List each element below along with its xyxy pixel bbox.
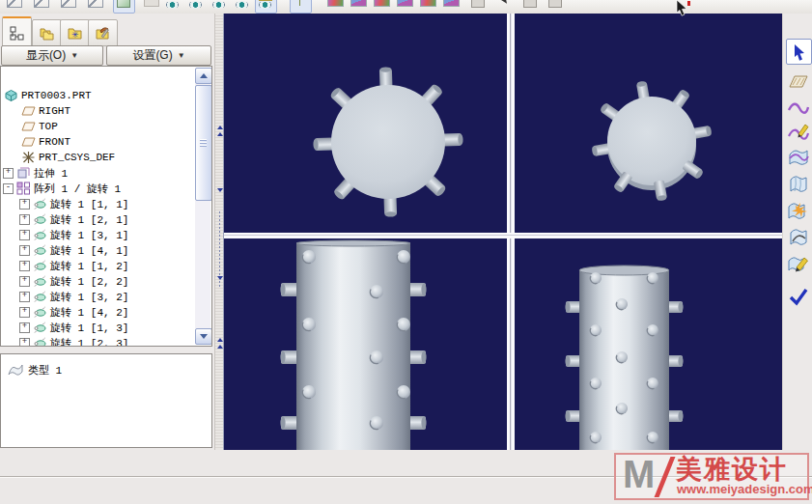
datum-plane-icon — [21, 135, 36, 149]
tree-item[interactable]: +旋转 1 [3, 2] — [2, 289, 194, 304]
curve-icon[interactable] — [786, 96, 810, 120]
tree-item[interactable]: +旋转 1 [2, 3] — [2, 335, 194, 346]
expand-plus-icon[interactable]: + — [19, 230, 30, 240]
viewport-top-left[interactable] — [224, 14, 507, 233]
revolve-icon — [33, 212, 47, 226]
chevron-down-icon: ▼ — [70, 51, 78, 60]
scroll-up-button[interactable] — [195, 68, 212, 84]
revolve-icon — [33, 197, 47, 210]
tree-item[interactable]: +旋转 1 [1, 1] — [2, 196, 194, 211]
collapse-up-icon[interactable] — [217, 132, 223, 136]
tree-item[interactable]: TOP — [2, 119, 194, 134]
type-item[interactable]: 类型 1 — [7, 362, 62, 378]
viewport-vertical-divider[interactable] — [507, 14, 515, 450]
tree-item[interactable]: +旋转 1 [4, 1] — [2, 242, 194, 258]
expand-plus-icon[interactable]: + — [19, 322, 30, 333]
tab-connections[interactable] — [88, 19, 118, 46]
select-icon[interactable] — [786, 39, 812, 65]
tree-item[interactable]: -阵列 1 / 旋转 1 — [2, 181, 194, 196]
no-hidden-view-icon[interactable] — [58, 0, 79, 14]
collapse-minus-icon[interactable]: - — [3, 183, 14, 194]
annotation-display-toggle-icon[interactable] — [255, 0, 276, 14]
tree-item[interactable]: FRONT — [2, 134, 194, 150]
surface-edit-icon[interactable] — [786, 199, 810, 223]
show-dropdown-label: 显示(O) — [26, 47, 66, 64]
collapse-up-icon[interactable] — [217, 338, 223, 342]
tab-favorites[interactable]: ✳ — [60, 19, 90, 46]
scroll-down-button[interactable] — [195, 328, 212, 345]
expand-plus-icon[interactable]: + — [19, 338, 30, 347]
viewport-horizontal-divider[interactable] — [224, 233, 782, 238]
wireframe-view-icon[interactable] — [4, 0, 25, 14]
plane-display-toggle-icon[interactable] — [162, 0, 183, 14]
datum-display-gray-icon[interactable] — [141, 0, 162, 14]
tree-item[interactable]: +拉伸 1 — [2, 165, 194, 181]
datum-plane-hatch-icon[interactable] — [786, 69, 810, 93]
curve-edit-icon[interactable] — [786, 120, 810, 144]
analysis-4-icon[interactable] — [394, 0, 415, 14]
collapse-down-icon[interactable] — [217, 188, 223, 192]
surface-icon[interactable] — [786, 172, 810, 196]
thumb-grip-icon — [200, 139, 207, 147]
tree-item[interactable]: PRT0003.PRT — [2, 88, 194, 103]
graphics-area[interactable] — [224, 14, 782, 450]
clipboard-icon[interactable] — [467, 0, 489, 14]
collapse-up-icon[interactable] — [217, 345, 223, 349]
settings-dropdown-button[interactable]: 设置(G) ▼ — [106, 45, 211, 66]
svg-text:✳: ✳ — [71, 30, 79, 40]
delete-analysis-1-icon[interactable]: ✕ — [519, 0, 541, 14]
tab-folder-browser[interactable] — [32, 19, 62, 46]
expand-plus-icon[interactable]: + — [3, 168, 14, 179]
datum-plane-icon — [21, 120, 36, 133]
tree-scrollbar[interactable] — [195, 68, 210, 345]
scrollbar-thumb[interactable] — [195, 85, 212, 201]
expand-plus-icon[interactable]: + — [19, 307, 30, 318]
csys-icon — [21, 151, 36, 164]
analysis-1-icon[interactable] — [324, 0, 346, 14]
panel-splitter[interactable] — [214, 14, 224, 450]
hidden-line-view-icon[interactable] — [31, 0, 52, 14]
shaded-box-view-icon[interactable] — [85, 0, 106, 14]
point-display-toggle-icon[interactable] — [209, 0, 230, 14]
analysis-6-icon[interactable] — [440, 0, 462, 14]
collapse-down-icon[interactable] — [217, 276, 223, 280]
viewport-bottom-left[interactable] — [224, 238, 507, 450]
tree-item[interactable]: PRT_CSYS_DEF — [2, 150, 194, 165]
right-toolbar — [782, 14, 812, 450]
csys-display-toggle-icon[interactable] — [232, 0, 253, 14]
tab-model-tree[interactable] — [2, 16, 32, 48]
viewport-top-right[interactable] — [515, 14, 782, 233]
spin-center-toggle-icon[interactable] — [290, 0, 311, 14]
analysis-2-icon[interactable] — [348, 0, 369, 14]
shaded-view-icon[interactable] — [113, 0, 134, 14]
expand-plus-icon[interactable]: + — [19, 261, 30, 271]
revolve-icon — [33, 321, 47, 334]
axis-display-toggle-icon[interactable] — [185, 0, 207, 14]
surface-trim-icon[interactable] — [786, 225, 810, 249]
favorites-folder-icon: ✳ — [67, 26, 83, 41]
tree-item[interactable]: +旋转 1 [2, 2] — [2, 273, 194, 289]
viewport-bottom-right[interactable] — [515, 238, 782, 450]
surface-pencil-icon[interactable] — [786, 252, 810, 276]
revolve-icon — [33, 305, 47, 319]
show-dropdown-button[interactable]: 显示(O) ▼ — [1, 45, 103, 66]
select-arrow-icon[interactable] — [492, 0, 514, 14]
analysis-3-icon[interactable] — [371, 0, 392, 14]
done-check-icon[interactable] — [786, 284, 810, 308]
quilt-icon — [7, 362, 24, 378]
expand-plus-icon[interactable]: + — [19, 199, 30, 210]
tree-item[interactable]: +旋转 1 [1, 3] — [2, 320, 194, 335]
tree-item[interactable]: +旋转 1 [2, 1] — [2, 211, 194, 227]
tree-item[interactable]: +旋转 1 [4, 2] — [2, 304, 194, 320]
expand-plus-icon[interactable]: + — [19, 276, 30, 287]
expand-plus-icon[interactable]: + — [19, 214, 30, 225]
analysis-5-icon[interactable] — [417, 0, 438, 14]
tree-item[interactable]: +旋转 1 [1, 2] — [2, 258, 194, 273]
surface-curve-icon[interactable] — [786, 146, 810, 170]
expand-plus-icon[interactable]: + — [19, 245, 30, 256]
collapse-up-icon[interactable] — [217, 126, 223, 129]
expand-plus-icon[interactable]: + — [19, 292, 30, 302]
delete-analysis-2-icon[interactable]: ✕ — [545, 0, 566, 14]
tree-item[interactable]: RIGHT — [2, 103, 194, 119]
tree-item[interactable]: +旋转 1 [3, 1] — [2, 227, 194, 242]
